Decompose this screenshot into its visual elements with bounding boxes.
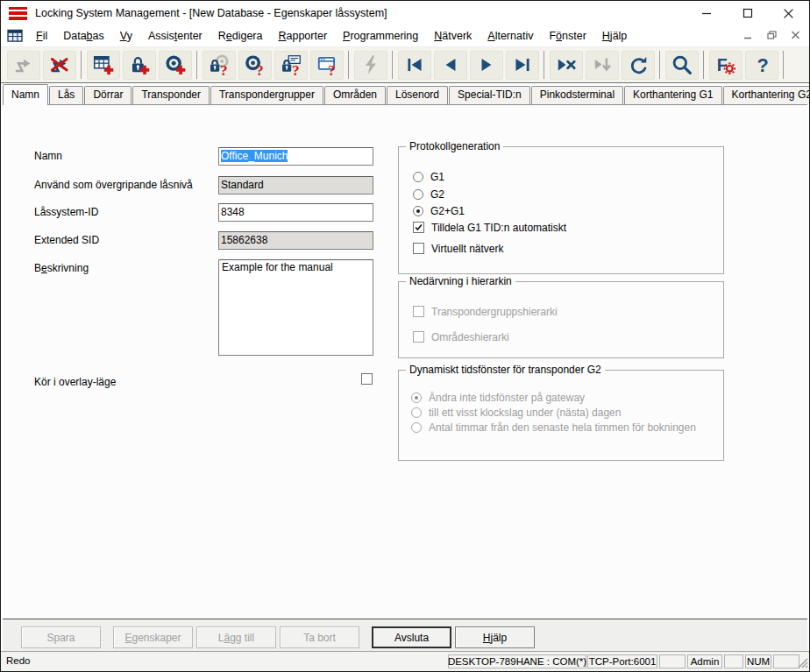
extended-sid-field: 15862638 [218,231,373,250]
menu-redigera[interactable]: Redigera [210,27,271,45]
omradeshierarki-label: Områdeshierarki [431,331,509,343]
radio-till-ett-visst-klockslag-under-nasta-dagen-row: till ett visst klockslag under (nästa) d… [411,406,621,419]
status-message: Redo [6,655,31,666]
filter-settings-button[interactable]: F [709,51,742,80]
antal-timmar-fran-den-senaste-hela-timmen-for-bokningen-label: Antal timmar från den senaste hela timme… [429,421,696,434]
read-g1-lock-button[interactable]: ? [274,51,308,80]
tab-namn[interactable]: Namn [3,84,48,105]
tab-las[interactable]: Lås [49,86,83,104]
group-title: Dynamiskt tidsfönster för transponder G2 [406,364,605,376]
svg-text:?: ? [256,62,264,76]
toolbar-separator [196,51,197,79]
menu-fil[interactable]: Fil [28,27,55,45]
beskrivning-field[interactable]: Example for the manual [218,259,373,356]
anvand-som-overgripande-lasniva-field: Standard [218,176,373,195]
ta-bort-button: Ta bort [280,626,359,648]
new-lock-button[interactable] [123,51,156,80]
menu-bar: FilDatabasVyAssistenterRedigeraRapporter… [1,25,809,47]
refresh-button[interactable] [622,51,655,80]
overlay-mode-label: Kör i overlay-läge [34,376,116,388]
status-num-lock: NUM [745,654,771,668]
prev-record-icon [439,53,462,76]
tab-pinkodsterminal[interactable]: Pinkodsterminal [531,86,623,104]
omradeshierarki-checkbox [413,331,424,343]
radio-g2-g1-row: G2+G1 [413,204,465,217]
avsluta-button[interactable]: Avsluta [372,626,451,648]
minimize-icon[interactable] [686,1,727,25]
transpondergruppshierarki-checkbox [413,306,424,317]
tab-korthantering-g2[interactable]: Korthantering G2 [723,86,810,104]
menu-programmering[interactable]: Programmering [335,27,426,45]
g2-g1-radio[interactable] [413,206,423,216]
menu-rapporter[interactable]: Rapporter [270,27,335,45]
connect-button [7,51,40,80]
g1-radio[interactable] [413,172,423,182]
menu-hjalp[interactable]: Hjälp [594,27,636,45]
new-locking-system-button[interactable] [87,51,120,80]
overlay-mode-checkbox[interactable] [361,373,373,385]
g2-label: G2 [430,188,444,201]
resize-grip[interactable] [796,656,808,670]
program-flash-button [354,51,387,80]
lassystem-id-field[interactable]: 8348 [218,203,373,222]
document-system-icon[interactable] [7,29,24,43]
radio-antal-timmar-fran-den-senaste-hela-timmen-for-bokningen-row: Antal timmar från den senaste hela timme… [411,421,696,434]
next-record-button[interactable] [470,51,503,80]
tilldela-g1-tid-n-automatiskt-label: Tilldela G1 TID:n automatiskt [431,222,566,234]
g2-radio[interactable] [413,189,423,200]
tab-dorrar[interactable]: Dörrar [84,86,131,104]
menu-assistenter[interactable]: Assistenter [140,27,210,45]
namn-field[interactable]: Office_Munich [218,147,373,166]
tab-strip: NamnLåsDörrarTransponderTranspondergrupp… [3,83,807,104]
commit-record-button [586,51,619,80]
checkbox-transpondergruppshierarki-row: Transpondergruppshierarki [413,305,558,318]
disconnect-button[interactable] [43,51,76,80]
title-bar: Locking System Management - [New Databas… [1,1,809,25]
menu-alternativ[interactable]: Alternativ [480,27,541,45]
app-logo-icon [9,7,27,20]
menu-vy[interactable]: Vy [112,27,140,45]
last-record-icon [511,53,534,76]
toolbar-separator [81,51,82,79]
tab-losenord[interactable]: Lösenord [387,86,448,104]
cancel-record-button[interactable] [550,51,583,80]
first-record-button[interactable] [398,51,431,80]
read-lock-button[interactable]: ? [202,51,236,80]
search-button[interactable] [665,51,699,80]
help-button[interactable]: ? [745,51,778,80]
cancel-record-icon [555,53,578,76]
tilldela-g1-tid-n-automatiskt-checkbox[interactable] [413,222,424,233]
read-transponder-button[interactable]: ? [238,51,272,80]
last-record-button[interactable] [506,51,539,80]
maximize-icon[interactable] [727,1,768,25]
button-bar: SparaEgenskaperLägg tillTa bortAvslutaHj… [3,619,807,653]
tab-transpondergrupper[interactable]: Transpondergrupper [210,86,323,104]
prev-record-button[interactable] [434,51,467,80]
till-ett-visst-klockslag-under-nasta-dagen-radio [411,407,422,418]
menu-fonster[interactable]: Fönster [541,27,593,45]
hjalp-button[interactable]: Hjälp [455,626,535,648]
status-empty-2 [724,654,743,668]
new-transponder-button[interactable] [159,51,192,80]
mdi-minimize-icon[interactable] [743,30,753,42]
tab-omraden[interactable]: Områden [324,86,386,104]
menu-natverk[interactable]: Nätverk [426,27,480,45]
virtuellt-natverk-checkbox[interactable] [413,243,424,254]
tab-transponder[interactable]: Transponder [132,86,210,104]
mdi-restore-icon[interactable] [767,30,777,42]
program-flash-icon [359,53,382,76]
group-dynamiskt-tidsfonster-for-transponder-g2: Dynamiskt tidsfönster för transponder G2… [398,370,724,461]
help-icon: ? [750,53,773,76]
close-icon[interactable] [768,1,809,25]
read-network-button[interactable]: ? [310,51,344,80]
group-protokollgeneration: ProtokollgenerationG1G2G2+G1Tilldela G1 … [398,146,724,274]
menu-databas[interactable]: Databas [55,27,112,45]
tab-korthantering-g1[interactable]: Korthantering G1 [624,86,721,104]
tab-special-tid-n[interactable]: Special-TID:n [449,86,530,104]
toolbar-separator [703,51,704,79]
spara-button: Spara [21,626,101,648]
mdi-close-icon[interactable] [791,30,800,42]
checkbox-omradeshierarki-row: Områdeshierarki [413,330,509,343]
virtuellt-natverk-label: Virtuellt nätverk [431,243,503,255]
tab-page-namn: NamnOffice_MunichAnvänd som övergripande… [3,104,807,619]
